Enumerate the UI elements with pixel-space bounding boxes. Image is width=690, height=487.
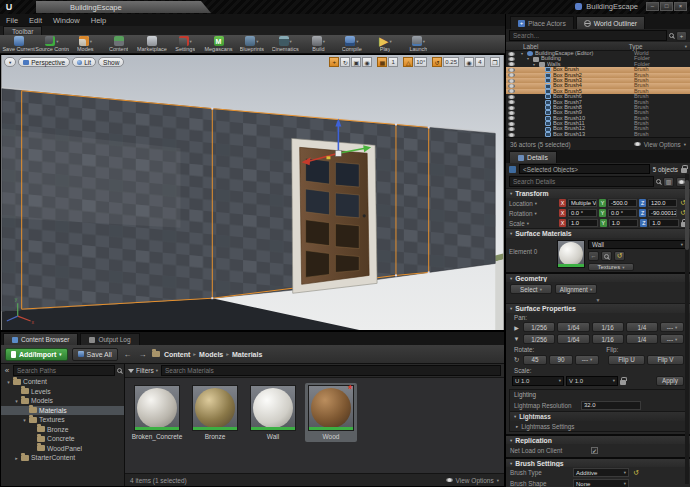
grid-snap-value[interactable]: 1 <box>388 57 398 67</box>
folder-tree-item-levels[interactable]: Levels <box>1 387 124 397</box>
grid-snap-toggle[interactable]: ▦ <box>377 57 387 67</box>
scale-lock-icon[interactable] <box>620 380 626 385</box>
tab-details[interactable]: Details <box>509 151 557 163</box>
property-label[interactable]: Scale▾ <box>509 220 557 227</box>
scale-tool-button[interactable]: ▣ <box>351 57 361 67</box>
rotate-45-button[interactable]: 45 <box>523 355 547 365</box>
breadcrumb-content[interactable]: Content <box>164 351 190 358</box>
folder-tree-item-content[interactable]: ▾Content <box>1 377 124 387</box>
use-selected-asset-button[interactable]: ← <box>588 251 599 261</box>
alignment-button[interactable]: Alignment▾ <box>555 284 597 294</box>
forward-button[interactable]: → <box>137 348 148 360</box>
eye-icon[interactable] <box>508 111 515 115</box>
folder-tree-item-woodpanel[interactable]: WoodPanel <box>1 444 124 454</box>
pan-down-1-4-button[interactable]: 1/4 <box>626 334 658 344</box>
flip-v-button[interactable]: Flip V <box>647 355 684 365</box>
asset-tile-bronze[interactable]: Bronze <box>189 383 241 442</box>
eye-icon[interactable] <box>508 57 515 61</box>
property-label[interactable]: Location▾ <box>509 200 557 207</box>
outliner-search-input[interactable] <box>509 30 667 41</box>
property-label[interactable]: Rotation▾ <box>509 210 557 217</box>
material-thumbnail[interactable] <box>557 240 585 268</box>
eye-icon[interactable] <box>508 79 515 83</box>
type-column-header[interactable]: Type <box>629 43 685 50</box>
lightmass-header[interactable]: ▾Lightmass <box>510 411 686 421</box>
perspective-button[interactable]: Perspective <box>18 57 70 67</box>
brush-type-input[interactable]: Additive▾ <box>573 468 629 477</box>
section-transform[interactable]: ▾Transform <box>506 188 690 198</box>
expand-arrow-icon[interactable]: ▾ <box>6 379 11 385</box>
cb-view-options[interactable]: View Options ▾ <box>446 477 499 484</box>
close-button[interactable]: × <box>674 2 687 11</box>
asset-tile-wood[interactable]: *Wood <box>305 383 357 442</box>
textures-button[interactable]: Textures ▾ <box>588 263 634 271</box>
toolbar-megascans[interactable]: MMegascans <box>202 36 235 52</box>
outliner-filter-button[interactable]: + <box>676 31 687 41</box>
outliner-column-headers[interactable]: Label Type ▾ <box>506 42 690 51</box>
world-coordinate-button[interactable]: ◉ <box>362 57 372 67</box>
rotation-y-field[interactable]: 0.0 ° <box>608 209 637 217</box>
expand-arrow-icon[interactable]: ▾ <box>533 62 537 67</box>
pan-right-1-16-button[interactable]: 1/16 <box>592 322 624 332</box>
pan-down-custom-button[interactable]: ---▾ <box>660 334 684 344</box>
pan-down-1-256-button[interactable]: 1/256 <box>523 334 555 344</box>
back-button[interactable]: ← <box>122 348 133 360</box>
tab-place-actors[interactable]: +Place Actors <box>510 16 574 29</box>
location-y-field[interactable]: -500.0 <box>608 199 637 207</box>
minimize-button[interactable]: – <box>646 2 659 11</box>
rotation-snap-toggle[interactable]: △ <box>403 57 413 67</box>
folder-tree-item-materials[interactable]: Materials <box>1 406 124 416</box>
lit-button[interactable]: Lit <box>72 57 96 67</box>
flip-u-button[interactable]: Flip U <box>608 355 645 365</box>
toolbar-compile[interactable]: ▾Compile <box>335 36 368 52</box>
net-load-checkbox[interactable]: ✓ <box>591 447 598 454</box>
toolbar-save-current[interactable]: Save Current <box>2 36 35 52</box>
folder-tree-item-bronze[interactable]: Bronze <box>1 425 124 435</box>
eye-icon[interactable] <box>508 122 515 126</box>
eye-icon[interactable] <box>508 52 515 56</box>
browse-asset-button[interactable] <box>601 251 612 261</box>
section-surface-properties[interactable]: ▾Surface Properties <box>506 303 690 313</box>
reset-material-button[interactable]: ↺ <box>614 251 625 261</box>
expand-arrow-icon[interactable]: ▾ <box>527 56 531 61</box>
eye-icon[interactable] <box>508 89 515 93</box>
scale-v-input[interactable]: V 1.0▾ <box>566 376 618 386</box>
folder-tree-item-textures[interactable]: ▾Textures <box>1 415 124 425</box>
rotate-custom-button[interactable]: ---▾ <box>575 355 599 365</box>
scale-snap-toggle[interactable]: ↺ <box>432 57 442 67</box>
tab-world-outliner[interactable]: World Outliner <box>576 16 645 29</box>
details-scrollbar[interactable] <box>685 174 689 484</box>
section-replication[interactable]: ▾Replication <box>506 434 690 444</box>
toolbar-source-control[interactable]: ▾Source Control <box>35 36 68 52</box>
pan-down-1-64-button[interactable]: 1/64 <box>557 334 589 344</box>
save-all-button[interactable]: Save All <box>72 348 118 361</box>
project-tab[interactable]: BuildingEscape <box>36 1 211 13</box>
toolbar-marketplace[interactable]: Marketplace <box>135 36 168 52</box>
feedback-icon[interactable] <box>575 3 582 10</box>
camera-speed-value[interactable]: 4 <box>475 57 485 67</box>
pan-right-custom-button[interactable]: ---▾ <box>660 322 684 332</box>
scale-x-field[interactable]: 1.0 <box>568 219 598 227</box>
toolbar-blueprints[interactable]: ▾Blueprints <box>235 36 268 52</box>
location-x-field[interactable]: Multiple Value <box>568 199 597 207</box>
eye-icon[interactable] <box>508 133 515 137</box>
rotation-z-field[interactable]: -90.000122 ° <box>648 209 677 217</box>
expand-arrow-icon[interactable]: ▸ <box>14 455 19 461</box>
section-surface-materials[interactable]: ▾Surface Materials <box>506 228 690 238</box>
toolbar-play[interactable]: ▶▾Play <box>368 36 401 52</box>
eye-icon[interactable] <box>508 106 515 110</box>
eye-icon[interactable] <box>508 62 515 66</box>
eye-icon[interactable] <box>508 84 515 88</box>
add-import-button[interactable]: Add/Import ▾ <box>5 348 68 361</box>
move-tool-button[interactable]: + <box>329 57 339 67</box>
toolbar-content[interactable]: Content <box>102 36 135 52</box>
breadcrumb-models[interactable]: Models <box>199 351 223 358</box>
expand-arrow-icon[interactable]: ▾ <box>22 417 27 423</box>
expand-arrow-icon[interactable]: ▾ <box>14 398 19 404</box>
section-geometry[interactable]: ▾Geometry <box>506 272 690 282</box>
rotation-x-field[interactable]: 0.0 ° <box>568 209 597 217</box>
expand-section-chevron[interactable]: ▼ <box>506 296 690 303</box>
outliner-view-options[interactable]: View Options ▾ <box>634 141 686 148</box>
location-z-field[interactable]: 120.0 <box>648 199 677 207</box>
toolbar-settings[interactable]: ▾Settings <box>169 36 202 52</box>
